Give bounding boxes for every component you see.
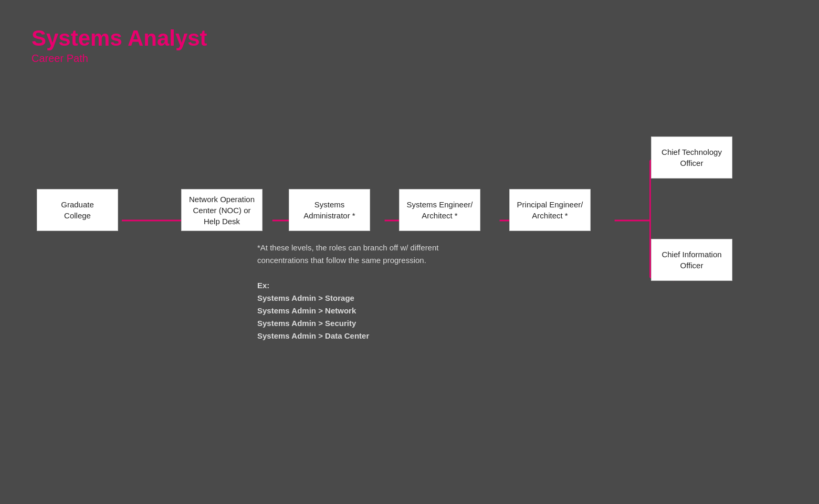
note-line1: *At these levels, the roles can branch o…	[257, 242, 438, 254]
header: Systems Analyst Career Path	[32, 26, 207, 65]
box-graduate: GraduateCollege	[37, 189, 118, 231]
box-cio: Chief InformationOfficer	[651, 239, 732, 281]
box-sysadmin: SystemsAdministrator *	[289, 189, 370, 231]
note-area: *At these levels, the roles can branch o…	[257, 242, 438, 342]
note-line5: Systems Admin > Network	[257, 304, 438, 317]
page-subtitle: Career Path	[32, 52, 207, 65]
box-noc: Network OperationCenter (NOC) orHelp Des…	[181, 189, 262, 231]
box-sysengineer: Systems Engineer/Architect *	[399, 189, 480, 231]
box-principal: Principal Engineer/Architect *	[509, 189, 591, 231]
page-title: Systems Analyst	[32, 26, 207, 50]
note-line2: concentrations that follow the same prog…	[257, 254, 438, 267]
note-line3: Ex:	[257, 279, 438, 292]
note-line7: Systems Admin > Data Center	[257, 330, 438, 342]
box-cto: Chief TechnologyOfficer	[651, 136, 732, 178]
note-line6: Systems Admin > Security	[257, 317, 438, 330]
note-line4: Systems Admin > Storage	[257, 292, 438, 304]
